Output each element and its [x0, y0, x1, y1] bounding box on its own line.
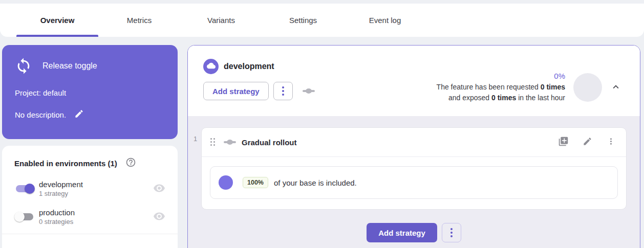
rollout-indicator-icon: [303, 88, 315, 94]
metrics-donut-chart: [573, 73, 602, 102]
enabled-environments-card: Enabled in environments (1) development: [2, 146, 178, 248]
strategy-name: Gradual rollout: [242, 138, 558, 147]
metrics-summary-line2: and exposed 0 times in the last hour: [437, 93, 565, 103]
tab-variants-label: Variants: [207, 16, 235, 25]
tab-settings[interactable]: Settings: [262, 4, 344, 37]
rollout-percentage-badge: 100%: [243, 177, 268, 188]
eye-icon: [153, 210, 165, 224]
drag-handle-icon[interactable]: [210, 138, 216, 146]
footer-more-options-button[interactable]: [442, 223, 461, 242]
help-button[interactable]: [125, 157, 136, 169]
help-icon: [125, 157, 136, 169]
eye-icon: [153, 182, 165, 196]
environment-name: production: [39, 208, 153, 217]
add-strategy-button[interactable]: Add strategy: [203, 82, 269, 100]
metrics-summary-line1: The feature has been requested 0 times: [437, 82, 565, 93]
environment-cloud-badge: [203, 59, 219, 74]
feature-description: No description.: [15, 110, 66, 119]
development-toggle-switch[interactable]: [14, 183, 35, 194]
environment-strategy-count: 0 strategies: [39, 218, 153, 226]
tab-overview-label: Overview: [40, 16, 75, 25]
release-toggle-icon: [15, 57, 32, 75]
tab-metrics-label: Metrics: [127, 16, 152, 25]
production-toggle-switch[interactable]: [14, 211, 35, 222]
environment-name: development: [39, 180, 153, 189]
tab-overview[interactable]: Overview: [16, 4, 98, 37]
rollout-strategy-icon: [224, 139, 236, 145]
environment-strategy-count: 1 strategy: [39, 190, 153, 197]
cloud-icon: [207, 61, 216, 72]
strategy-card: Gradual rollout: [201, 127, 627, 210]
rollout-summary: 100% of your base is included.: [210, 166, 618, 199]
preview-environment-button[interactable]: [153, 182, 165, 196]
environment-panel-header: development Add strategy: [188, 46, 640, 116]
metrics-percentage: 0%: [437, 72, 565, 80]
environment-row-production: production 0 strategies: [14, 208, 165, 226]
project-label: Project: default: [15, 88, 165, 97]
tab-event-log[interactable]: Event log: [344, 4, 426, 37]
tab-event-log-label: Event log: [369, 16, 401, 25]
kebab-icon: [450, 228, 453, 237]
environment-more-options-button[interactable]: [273, 82, 293, 100]
feature-tab-bar: Overview Metrics Variants Settings Event…: [0, 4, 644, 37]
rollout-percentage-circle: [219, 175, 233, 190]
strategy-index: 1: [194, 135, 197, 143]
feature-type-label: Release toggle: [42, 61, 97, 71]
edit-icon: [583, 137, 592, 148]
chevron-up-icon: [610, 81, 621, 94]
kebab-icon: [282, 86, 284, 96]
strategy-list: 1 Gradual rollout: [188, 116, 640, 242]
environment-row-development: development 1 strategy: [14, 180, 165, 197]
edit-strategy-button[interactable]: [583, 137, 592, 148]
tab-settings-label: Settings: [289, 16, 317, 25]
rollout-description: of your base is included.: [274, 178, 357, 187]
add-strategy-button-footer[interactable]: Add strategy: [367, 223, 437, 242]
kebab-icon: [606, 137, 616, 148]
edit-icon: [74, 109, 84, 120]
environment-panel-title: development: [224, 62, 274, 71]
copy-strategy-button[interactable]: [558, 136, 569, 148]
collapse-panel-button[interactable]: [610, 81, 621, 94]
active-tab-underline: [16, 35, 98, 37]
strategy-more-options-button[interactable]: [606, 137, 616, 148]
development-environment-panel: development Add strategy: [187, 45, 640, 248]
copy-add-icon: [558, 136, 569, 148]
tab-variants[interactable]: Variants: [180, 4, 262, 37]
feature-type-card: Release toggle Project: default No descr…: [2, 45, 178, 139]
edit-description-button[interactable]: [74, 109, 84, 120]
preview-environment-button[interactable]: [153, 210, 165, 224]
enabled-environments-title: Enabled in environments (1): [14, 159, 117, 168]
tab-metrics[interactable]: Metrics: [98, 4, 180, 37]
environments-card-divider: [2, 234, 178, 234]
